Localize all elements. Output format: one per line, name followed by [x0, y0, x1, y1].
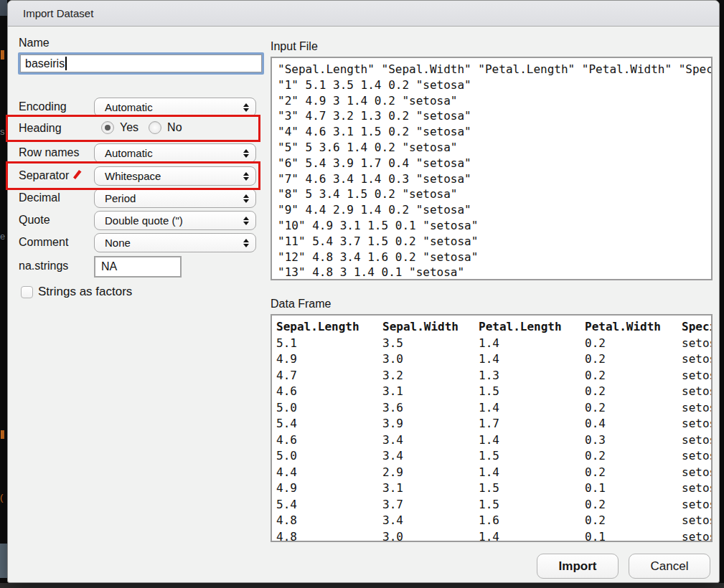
decimal-select[interactable]: Period [94, 189, 256, 208]
select-stepper-icon [243, 172, 249, 181]
table-cell: setosa [682, 448, 713, 465]
table-row: 5.1 3.5 1.4 0.2 setosa [276, 336, 711, 352]
rownames-selected-value: Automatic [105, 147, 153, 159]
table-cell: 0.2 [585, 400, 682, 417]
background-app-edge [0, 544, 7, 578]
select-stepper-icon [243, 194, 249, 203]
column-header: Petal.Width [585, 319, 682, 336]
rownames-label: Row names [19, 146, 79, 159]
table-cell: 0.2 [585, 384, 682, 400]
rownames-select[interactable]: Automatic [94, 143, 256, 163]
input-file-line: "6" 5.4 3.9 1.7 0.4 "setosa" [278, 156, 711, 171]
background-code-fragment [1, 430, 4, 439]
table-cell: 1.5 [479, 448, 585, 465]
table-cell: 5.4 [276, 416, 382, 432]
table-row: 4.8 3.0 1.4 0.1 setosa [276, 529, 711, 543]
background-code-fragment: ( [0, 492, 3, 503]
table-cell: 0.4 [585, 416, 682, 432]
input-file-line: "11" 5.4 3.7 1.5 0.2 "setosa" [278, 234, 711, 250]
table-cell: 1.5 [479, 497, 585, 513]
quote-select[interactable]: Double quote (") [94, 211, 256, 230]
table-cell: 0.1 [585, 529, 682, 543]
strings-as-factors-label: Strings as factors [38, 285, 132, 299]
nastrings-input[interactable]: NA [94, 256, 182, 278]
table-cell: 0.2 [585, 336, 682, 352]
input-file-line: "Sepal.Length" "Sepal.Width" "Petal.Leng… [278, 62, 711, 77]
heading-radio-group: Yes No [101, 121, 187, 134]
input-file-line: "9" 4.4 2.9 1.4 0.2 "setosa" [278, 202, 711, 218]
background-app-edge [0, 0, 7, 16]
table-cell: 5.1 [276, 336, 382, 352]
background-code-fragment [1, 50, 4, 60]
table-cell: 3.7 [382, 497, 479, 513]
table-row: 4.9 3.1 1.5 0.1 setosa [276, 480, 711, 497]
background-app-edge [0, 583, 724, 588]
table-header-row: Sepal.Length Sepal.Width Petal.Length Pe… [276, 319, 711, 336]
input-file-line: "10" 4.9 3.1 1.5 0.1 "setosa" [278, 218, 711, 234]
decimal-label: Decimal [19, 191, 60, 204]
column-header: Species [682, 319, 713, 336]
table-cell: setosa [682, 336, 713, 352]
name-input[interactable]: baseiris [18, 52, 264, 75]
encoding-label: Encoding [19, 100, 67, 113]
import-button[interactable]: Import [537, 554, 619, 579]
background-code-fragment: s [0, 126, 5, 137]
input-file-line: "12" 4.8 3.4 1.6 0.2 "setosa" [278, 250, 711, 265]
table-row: 4.9 3.0 1.4 0.2 setosa [276, 351, 711, 368]
column-header: Petal.Length [479, 319, 585, 336]
table-cell: 1.4 [479, 529, 585, 543]
text-caret [65, 57, 67, 70]
table-cell: 3.1 [382, 384, 479, 400]
screen: s e ( Import Dataset Name baseiris Encod… [0, 0, 724, 588]
column-header: Sepal.Width [382, 319, 479, 336]
table-cell: 5.0 [276, 400, 382, 417]
quote-label: Quote [19, 214, 50, 227]
table-cell: 5.4 [276, 497, 382, 513]
table-cell: 1.3 [479, 368, 585, 384]
table-cell: setosa [682, 432, 713, 449]
table-cell: setosa [682, 368, 713, 384]
table-cell: 3.0 [382, 529, 479, 543]
table-cell: 4.7 [276, 368, 382, 384]
table-cell: 3.4 [382, 432, 479, 449]
table-cell: 4.6 [276, 384, 382, 400]
table-cell: 3.0 [382, 351, 479, 368]
input-file-line: "13" 4.8 3 1.4 0.1 "setosa" [278, 265, 711, 280]
dialog-titlebar[interactable]: Import Dataset [8, 1, 719, 27]
table-row: 4.6 3.4 1.4 0.3 setosa [276, 432, 711, 449]
table-cell: 0.2 [585, 351, 682, 368]
table-cell: setosa [682, 480, 713, 497]
table-row: 5.0 3.4 1.5 0.2 setosa [276, 448, 711, 465]
table-cell: 1.6 [479, 513, 585, 529]
heading-no-label: No [167, 121, 182, 134]
input-file-preview[interactable]: "Sepal.Length" "Sepal.Width" "Petal.Leng… [271, 57, 713, 280]
encoding-selected-value: Automatic [105, 101, 153, 113]
table-row: 4.4 2.9 1.4 0.2 setosa [276, 465, 711, 481]
table-row: 5.4 3.9 1.7 0.4 setosa [276, 416, 711, 432]
table-cell: 3.2 [382, 368, 479, 384]
column-header: Sepal.Length [276, 319, 382, 336]
table-cell: 0.1 [585, 480, 682, 497]
table-cell: 0.2 [585, 497, 682, 513]
input-file-line: "2" 4.9 3 1.4 0.2 "setosa" [278, 93, 711, 109]
encoding-select[interactable]: Automatic [94, 98, 256, 117]
name-input-value: baseiris [25, 57, 65, 70]
table-row: 4.6 3.1 1.5 0.2 setosa [276, 384, 711, 400]
cancel-button[interactable]: Cancel [629, 554, 710, 579]
decimal-selected-value: Period [105, 192, 136, 204]
input-file-line: "5" 5 3.6 1.4 0.2 "setosa" [278, 140, 711, 156]
heading-no-radio[interactable] [149, 121, 161, 134]
data-frame-preview[interactable]: Sepal.Length Sepal.Width Petal.Length Pe… [271, 314, 713, 542]
strings-as-factors-checkbox[interactable] [21, 286, 33, 298]
input-file-line: "1" 5.1 3.5 1.4 0.2 "setosa" [278, 77, 711, 93]
heading-yes-radio[interactable] [101, 121, 114, 134]
separator-select[interactable]: Whitespace [94, 166, 256, 186]
table-cell: 4.4 [276, 465, 382, 481]
select-stepper-icon [243, 149, 249, 158]
nastrings-label: na.strings [19, 260, 68, 272]
table-cell: 0.2 [585, 513, 682, 529]
table-row: 5.0 3.6 1.4 0.2 setosa [276, 400, 711, 417]
table-cell: 3.4 [382, 513, 479, 529]
comment-select[interactable]: None [94, 233, 256, 252]
table-cell: 0.2 [585, 448, 682, 465]
